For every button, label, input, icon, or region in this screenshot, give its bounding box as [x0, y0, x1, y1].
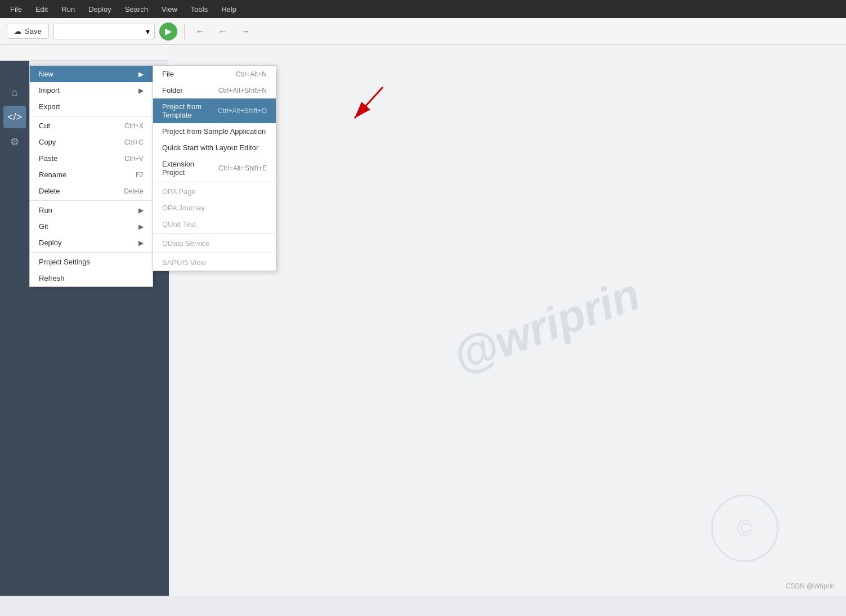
code-icon-item[interactable]: </>: [3, 106, 26, 128]
menu-file[interactable]: File: [5, 3, 28, 16]
menu-item-new-file-shortcut: Ctrl+Alt+N: [236, 70, 267, 78]
menu-item-rename-label: Rename: [39, 170, 127, 179]
menu-item-paste-label: Paste: [39, 154, 115, 163]
watermark-text: @wriprin: [446, 268, 646, 383]
menu-item-refresh[interactable]: Refresh: [30, 270, 153, 286]
context-menu-l1: New ▶ Import ▶ Export Cut Ctrl+X Copy Ct…: [29, 65, 153, 287]
menu-help[interactable]: Help: [216, 3, 242, 16]
menu-item-git[interactable]: Git ▶: [30, 218, 153, 235]
divider-new-1: [153, 182, 276, 182]
menu-item-new-arrow: ▶: [138, 70, 144, 78]
menu-item-project-sample[interactable]: Project from Sample Application: [153, 123, 276, 140]
menu-item-rename-shortcut: F2: [136, 171, 144, 179]
icon-bar: ∧ 🔗 👁 ◎◎ ⌂ </> ⚙: [0, 45, 29, 596]
divider-new-2: [153, 233, 276, 234]
menu-item-deploy[interactable]: Deploy ▶: [30, 235, 153, 251]
circle-icon: ©: [736, 516, 753, 541]
menu-item-copy[interactable]: Copy Ctrl+C: [30, 134, 153, 150]
nav-back-button[interactable]: ←: [191, 24, 209, 39]
menu-item-import-label: Import: [39, 86, 138, 95]
menu-item-opa-page: OPA Page: [153, 183, 276, 200]
config-dropdown[interactable]: ▾: [53, 24, 155, 39]
menu-item-export-label: Export: [39, 102, 144, 111]
home-icon: ⌂: [12, 87, 18, 98]
menu-item-delete-shortcut: Delete: [124, 187, 144, 195]
divider-new-3: [153, 253, 276, 253]
menu-item-project-settings-label: Project Settings: [39, 258, 144, 266]
menu-item-quick-start[interactable]: Quick Start with Layout Editor: [153, 140, 276, 156]
menu-item-new-folder-shortcut: Ctrl+Alt+Shift+N: [218, 87, 267, 95]
context-menu-l2: File Ctrl+Alt+N Folder Ctrl+Alt+Shift+N …: [153, 65, 276, 271]
menu-item-delete[interactable]: Delete Delete: [30, 183, 153, 199]
menu-item-import[interactable]: Import ▶: [30, 82, 153, 98]
menu-item-extension-project[interactable]: Extension Project Ctrl+Alt+Shift+E: [153, 156, 276, 181]
menu-bar: File Edit Run Deploy Search View Tools H…: [0, 0, 846, 18]
menu-item-new-folder[interactable]: Folder Ctrl+Alt+Shift+N: [153, 82, 276, 98]
toolbar-separator: [184, 24, 185, 39]
menu-run[interactable]: Run: [56, 3, 80, 16]
menu-item-copy-label: Copy: [39, 138, 115, 146]
code-icon: </>: [7, 111, 22, 123]
menu-item-import-arrow: ▶: [138, 87, 144, 95]
menu-item-delete-label: Delete: [39, 187, 115, 195]
nav-back2-button[interactable]: ←: [214, 24, 232, 39]
menu-item-new-label: New: [39, 70, 138, 78]
menu-item-extension-label: Extension Project: [162, 160, 209, 177]
menu-view[interactable]: View: [156, 3, 183, 16]
home-icon-item[interactable]: ⌂: [3, 81, 26, 104]
menu-item-export[interactable]: Export: [30, 98, 153, 115]
watermark-circle: ©: [711, 494, 778, 562]
menu-item-extension-shortcut: Ctrl+Alt+Shift+E: [218, 164, 267, 172]
menu-item-opa-journey: OPA Journey: [153, 200, 276, 216]
menu-item-deploy-arrow: ▶: [138, 239, 144, 247]
menu-item-cut-label: Cut: [39, 122, 115, 130]
menu-item-qunit-test: QUnit Test: [153, 216, 276, 232]
divider-1: [30, 116, 153, 116]
menu-search[interactable]: Search: [119, 3, 154, 16]
toolbar: ☁ Save ▾ ▶ ← ← →: [0, 18, 846, 45]
menu-deploy[interactable]: Deploy: [83, 3, 117, 16]
menu-item-git-arrow: ▶: [138, 223, 144, 231]
menu-item-run-arrow: ▶: [138, 206, 144, 214]
menu-item-project-sample-label: Project from Sample Application: [162, 127, 267, 136]
menu-item-project-template-shortcut: Ctrl+Alt+Shift+O: [218, 107, 267, 115]
menu-item-run[interactable]: Run ▶: [30, 202, 153, 218]
menu-item-project-template-label: Project from Template: [162, 102, 209, 119]
settings-icon-item[interactable]: ⚙: [3, 131, 26, 153]
menu-item-odata-label: OData Service: [162, 239, 267, 248]
menu-item-cut[interactable]: Cut Ctrl+X: [30, 118, 153, 134]
menu-item-new[interactable]: New ▶: [30, 66, 153, 82]
menu-item-cut-shortcut: Ctrl+X: [124, 122, 144, 130]
menu-item-copy-shortcut: Ctrl+C: [124, 138, 144, 146]
menu-item-project-settings[interactable]: Project Settings: [30, 254, 153, 270]
menu-item-refresh-label: Refresh: [39, 274, 144, 282]
csdn-label: CSDN @Wriprin: [786, 582, 835, 590]
menu-item-qunit-label: QUnit Test: [162, 220, 267, 228]
cloud-icon: ☁: [14, 27, 21, 35]
menu-item-new-file-label: File: [162, 70, 227, 78]
menu-tools[interactable]: Tools: [185, 3, 213, 16]
menu-item-deploy-label: Deploy: [39, 239, 138, 247]
menu-item-paste-shortcut: Ctrl+V: [124, 155, 144, 163]
nav-forward-button[interactable]: →: [236, 24, 254, 39]
menu-item-quick-start-label: Quick Start with Layout Editor: [162, 143, 267, 152]
menu-item-run-label: Run: [39, 206, 138, 214]
menu-item-sapui5-view: SAPUI5 View: [153, 254, 276, 271]
gear-icon: ⚙: [10, 136, 19, 148]
menu-item-paste[interactable]: Paste Ctrl+V: [30, 150, 153, 167]
divider-2: [30, 200, 153, 201]
save-label: Save: [25, 27, 42, 35]
save-button[interactable]: ☁ Save: [7, 24, 49, 39]
menu-item-new-file[interactable]: File Ctrl+Alt+N: [153, 66, 276, 82]
chevron-down-icon: ▾: [146, 27, 150, 36]
play-icon: ▶: [165, 26, 172, 37]
divider-3: [30, 252, 153, 253]
menu-item-opa-journey-label: OPA Journey: [162, 204, 267, 212]
menu-edit[interactable]: Edit: [30, 3, 53, 16]
menu-item-sapui5-label: SAPUI5 View: [162, 258, 267, 267]
menu-item-project-template[interactable]: Project from Template Ctrl+Alt+Shift+O: [153, 98, 276, 123]
menu-item-opa-page-label: OPA Page: [162, 187, 267, 196]
menu-item-odata-service: OData Service: [153, 235, 276, 251]
menu-item-rename[interactable]: Rename F2: [30, 167, 153, 183]
run-button[interactable]: ▶: [159, 23, 177, 41]
